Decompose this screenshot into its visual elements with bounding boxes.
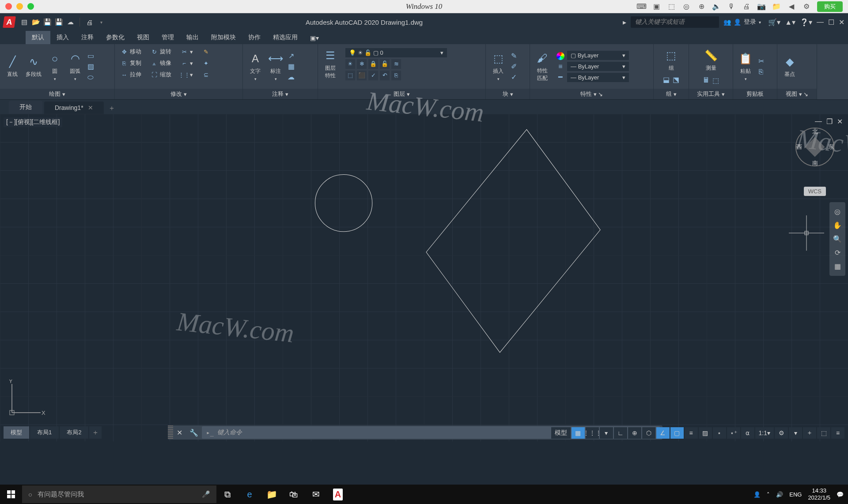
- hatch-icon[interactable]: ▨: [87, 63, 95, 71]
- edge-icon[interactable]: e: [238, 485, 261, 504]
- tray-up-icon[interactable]: ˄: [767, 491, 770, 498]
- cmd-customize-icon[interactable]: 🔧: [186, 429, 202, 437]
- vm-printer-icon[interactable]: 🖨: [742, 2, 751, 11]
- select-icon[interactable]: ⬚: [712, 76, 720, 84]
- leader-icon[interactable]: ↗: [287, 52, 295, 60]
- layer-prev-icon[interactable]: ↶: [380, 71, 390, 80]
- trim-button[interactable]: ✂▾: [178, 47, 195, 56]
- insert-block-button[interactable]: ⬚插入▾: [489, 50, 507, 83]
- user-icon[interactable]: 👤: [734, 19, 741, 26]
- qat-print-icon[interactable]: 🖨: [84, 17, 94, 27]
- cut-icon[interactable]: ✂: [757, 57, 765, 65]
- vm-network-icon[interactable]: ⊕: [697, 2, 706, 11]
- window-close-button[interactable]: ✕: [839, 18, 844, 26]
- panel-label-block[interactable]: 块 ▾: [486, 89, 530, 99]
- ungroup-icon[interactable]: ⬓: [662, 75, 670, 83]
- tray-notifications-icon[interactable]: 💬: [837, 491, 844, 498]
- buy-button[interactable]: 购买: [817, 1, 843, 12]
- qat-cloud-icon[interactable]: ☁: [65, 17, 75, 27]
- revcloud-icon[interactable]: ☁: [287, 73, 295, 81]
- measure-button[interactable]: 📏测量: [702, 47, 720, 74]
- status-model[interactable]: 模型: [551, 427, 571, 439]
- calc-icon[interactable]: 🖩: [702, 76, 710, 84]
- offset-button[interactable]: ⊆: [200, 70, 212, 79]
- status-anno[interactable]: ⋆⁺: [727, 427, 740, 439]
- panel-label-annotate[interactable]: 注释 ▾: [243, 89, 318, 99]
- nav-pan-icon[interactable]: ✋: [831, 221, 844, 229]
- block-attr-icon[interactable]: ✓: [510, 73, 518, 81]
- base-button[interactable]: ◆基点: [781, 53, 799, 80]
- qat-more-icon[interactable]: [96, 17, 106, 27]
- status-iso[interactable]: ⬡: [642, 427, 655, 439]
- add-layout-button[interactable]: ＋: [89, 426, 102, 439]
- infocenter-icon[interactable]: 👥: [723, 19, 731, 26]
- panel-label-group[interactable]: 组 ▾: [654, 89, 689, 99]
- qat-open-icon[interactable]: 📂: [31, 17, 41, 27]
- arc-button[interactable]: ◠圆弧▾: [66, 50, 84, 83]
- autodesk-app-icon[interactable]: ▲▾: [785, 18, 795, 26]
- polyline-button[interactable]: ∿多段线: [24, 53, 43, 80]
- dimension-button[interactable]: ⟷标注▾: [267, 50, 284, 83]
- layer-off-icon[interactable]: ☀: [345, 59, 355, 69]
- status-qp[interactable]: ＋: [803, 427, 816, 439]
- group-button[interactable]: ⬚组: [662, 47, 680, 74]
- nav-orbit-icon[interactable]: ⟳: [831, 248, 844, 257]
- panel-label-layers[interactable]: 图层 ▾: [318, 89, 485, 99]
- start-button[interactable]: [0, 485, 22, 504]
- layout2-tab[interactable]: 布局2: [60, 426, 88, 439]
- tab-featured[interactable]: 精选应用: [267, 31, 304, 44]
- layer-make-icon[interactable]: ✓: [368, 71, 378, 80]
- linetype-icon[interactable]: ≡: [556, 63, 564, 71]
- status-ui[interactable]: ⬚: [817, 427, 830, 439]
- layer-match-icon[interactable]: ≋: [391, 59, 401, 69]
- ellipse-icon[interactable]: ⬭: [87, 73, 95, 81]
- status-lwt[interactable]: ≡: [685, 427, 698, 439]
- block-edit-icon[interactable]: ✐: [510, 63, 518, 71]
- keyword-search[interactable]: 键入关键字或短语: [631, 16, 719, 28]
- explode-button[interactable]: ✦: [200, 58, 212, 68]
- close-tab-icon[interactable]: ✕: [88, 104, 93, 111]
- vm-disc-icon[interactable]: ◎: [682, 2, 691, 11]
- block-create-icon[interactable]: ✎: [510, 52, 518, 60]
- help-icon[interactable]: ❔▾: [800, 18, 812, 26]
- status-scale[interactable]: 1:1▾: [755, 427, 774, 439]
- tab-default[interactable]: 默认: [26, 31, 50, 44]
- layout1-tab[interactable]: 布局1: [30, 426, 59, 439]
- model-tab[interactable]: 模型: [4, 426, 29, 439]
- panel-label-view[interactable]: 视图 ▾ ↘: [777, 89, 817, 99]
- vm-mic-icon[interactable]: 🎙: [727, 2, 736, 11]
- vm-settings-icon[interactable]: ⚙: [802, 2, 811, 11]
- table-icon[interactable]: ▦: [287, 63, 295, 71]
- circle-button[interactable]: ○圆▾: [46, 50, 64, 83]
- status-annoauto[interactable]: ⍺: [741, 427, 754, 439]
- tab-insert[interactable]: 插入: [50, 31, 75, 44]
- login-link[interactable]: 登录: [744, 18, 756, 26]
- window-minimize-button[interactable]: —: [817, 18, 824, 26]
- wcs-badge[interactable]: WCS: [804, 187, 826, 196]
- array-button[interactable]: ⋮⋮▾: [178, 70, 195, 79]
- layer-iso-icon[interactable]: ⬚: [345, 71, 355, 80]
- autocad-logo[interactable]: A: [3, 16, 16, 28]
- qat-new-icon[interactable]: ▤: [19, 17, 29, 27]
- vm-sound-icon[interactable]: 🔈: [712, 2, 721, 11]
- layer-lock-icon[interactable]: 🔒: [368, 59, 378, 69]
- status-osnap[interactable]: ▢: [670, 427, 684, 439]
- tab-addins[interactable]: 附加模块: [205, 31, 242, 44]
- mac-maximize-button[interactable]: [27, 3, 34, 10]
- rectangle-icon[interactable]: ▭: [87, 52, 95, 60]
- status-custom[interactable]: ≡: [831, 427, 844, 439]
- viewcube[interactable]: 北 南 东 西: [795, 127, 835, 167]
- start-tab[interactable]: 开始: [9, 101, 42, 114]
- status-ws[interactable]: ⚙: [775, 427, 788, 439]
- vm-usb-icon[interactable]: ⬚: [667, 2, 676, 11]
- move-button[interactable]: ✥移动: [118, 47, 143, 56]
- vm-folder-icon[interactable]: 📁: [772, 2, 781, 11]
- window-maximize-button[interactable]: ☐: [828, 18, 834, 26]
- tab-view[interactable]: 视图: [131, 31, 155, 44]
- copy-button[interactable]: ⎘复制: [118, 58, 143, 68]
- nav-zoom-icon[interactable]: 🔍: [831, 235, 844, 243]
- status-ortho[interactable]: ∟: [614, 427, 627, 439]
- drawing-tab[interactable]: Drawing1*✕: [44, 102, 104, 114]
- nav-showmotion-icon[interactable]: ▦: [831, 262, 844, 271]
- match-properties-button[interactable]: 🖌特性 匹配: [534, 49, 551, 84]
